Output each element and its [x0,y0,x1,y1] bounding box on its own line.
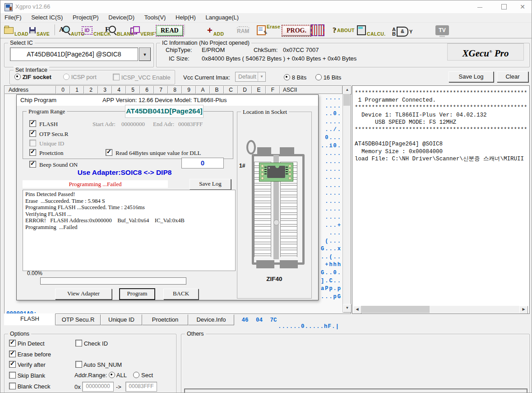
verify-label: VERIFY [140,31,158,37]
ascii-header-cell: ASCII [280,86,342,94]
unique-id-checkbox[interactable]: Unique ID [29,140,64,147]
scrollbar-thumb[interactable] [343,94,350,106]
ram-button[interactable]: RAM [236,24,250,37]
vcc-imax-select[interactable]: Default ▼ [235,72,266,82]
hex-column-header: B [210,86,224,94]
hex-column-header: 4 [112,86,126,94]
zif-socket-radio[interactable]: ZIF socket [14,74,51,80]
verify-button[interactable]: VERIFY [130,24,158,37]
about-button[interactable]: ? ABOUT [333,24,355,37]
auto-sn-checkbox[interactable]: Auto SN_NUM [75,361,122,368]
hex-vertical-scrollbar[interactable]: ▲ ▼ [342,86,351,313]
protection-checkbox[interactable]: Proetction [29,149,63,157]
verify-after-checkbox[interactable]: Verify after [9,361,46,368]
hex-column-header: 8 [168,86,182,94]
log-line: AT45DB041D[Page264] @SOIC8 [355,140,527,148]
read-button[interactable]: READ [156,24,183,37]
scroll-left-button[interactable]: ◀ [353,306,361,314]
chip-pins [264,167,267,176]
menu-tools[interactable]: Tools(V) [140,13,170,22]
range-start-field[interactable]: 00000000 [82,382,114,392]
hex-column-headers: 0123456789ABCDEF [56,86,280,94]
ascii-strip-row: .... [319,103,342,111]
log-text: ****************************************… [355,89,530,163]
auto-button[interactable]: A AUTO [59,24,85,37]
beep-checkbox[interactable]: Beep Sound ON [29,161,78,168]
minimize-button[interactable] [470,0,490,13]
tab-flash[interactable]: FLASH [4,313,56,325]
back-button[interactable]: BACK [163,289,199,299]
tab-otp-secur[interactable]: OTP Secu.R [56,314,101,325]
flash-checkbox[interactable]: FLASH [29,120,58,128]
minimize-icon [477,7,482,8]
erase-before-checkbox[interactable]: Erase before [9,351,51,358]
scroll-right-button[interactable]: ▶ [519,306,528,314]
load-button[interactable]: LOAD [4,24,28,37]
xgpro-window: Xgpro v12.66 ✕ File(F) Select IC(S) Proj… [0,0,532,393]
ascii-strip-row: .... [319,198,342,206]
menu-select-ic[interactable]: Select IC(S) [27,13,67,22]
clear-button[interactable]: Clear [497,71,528,82]
addr-sect-radio[interactable]: Sect [133,372,153,379]
vcc-imax-label: Vcc Current Imax: [183,74,230,81]
skip-blank-checkbox[interactable]: Skip Blank [9,372,45,379]
pin-detect-checkbox[interactable]: Pin Detect [9,340,45,347]
erase-button[interactable]: ✎ Erase [257,24,280,37]
addr-all-radio[interactable]: ALL [109,372,127,379]
icsp-vcc-checkbox[interactable]: ICSP_VCC Enable [113,74,171,81]
checkbox-icon [75,340,82,346]
chip-test-button[interactable] [311,24,324,37]
checkbox-icon [113,74,120,80]
maximize-button[interactable] [494,0,514,13]
checkbox-icon [29,140,36,146]
hex-header-row: Address 0123456789ABCDEF ASCII [5,86,342,94]
log-line [355,133,527,140]
blank-button[interactable]: F BLANK [105,24,134,37]
read64-checkbox[interactable]: Read 64Bytes unique value for DLL [106,149,201,157]
ascii-strip-row: aPp.p [319,285,342,294]
menu-device[interactable]: Device(D) [104,13,139,22]
floppy-icon [29,27,36,33]
menu-file[interactable]: File(F) [0,13,26,22]
add-button[interactable]: + ADD [207,24,224,37]
program-button[interactable]: Program [120,289,155,299]
log-line: ****************************************… [355,126,527,133]
menu-language[interactable]: Language(L) [201,13,243,22]
progress-percent: 0.00% [27,270,42,276]
scroll-up-button[interactable]: ▲ [343,86,352,94]
ic-combobox-dropdown-button[interactable]: ▼ [139,47,151,61]
radio-icon [109,372,115,378]
tv-button[interactable]: TV [435,24,449,37]
scroll-down-button[interactable]: ▼ [343,304,352,313]
logic-gate-button[interactable]: AB & Y [392,25,412,38]
bits8-radio[interactable]: 8 Bits [284,74,306,81]
select-ic-group: Select IC AT45DB041D[Page264] @SOIC8 ▼ [4,43,154,67]
icsp-port-radio[interactable]: ICSP port [63,74,97,80]
ic-combobox[interactable]: AT45DB041D[Page264] @SOIC8 [10,47,138,61]
ascii-strip-row: .... [319,190,342,198]
close-button[interactable]: ✕ [513,0,532,13]
menu-help[interactable]: Help(H) [171,13,200,22]
blank-check-checkbox[interactable]: Blank Check [9,383,51,390]
save-button[interactable]: SAVE [29,24,50,37]
dialog-save-log-button[interactable]: Save Log [190,179,231,190]
options-group: Options Pin Detect Check ID Erase before… [4,334,176,393]
log-horizontal-scrollbar[interactable]: ◀ ▶ [353,306,528,313]
scrollbar-thumb[interactable] [361,306,430,313]
check-id-checkbox[interactable]: Check ID [75,340,108,347]
tab-device-info[interactable]: Device.Info [188,314,234,325]
checkbox-icon [9,361,16,368]
bits16-radio[interactable]: 16 Bits [315,74,341,81]
calcu-button[interactable]: CALCU. [357,24,385,37]
menu-project[interactable]: Project(P) [69,13,103,22]
prog-button[interactable]: PROG. [282,24,311,37]
save-log-button[interactable]: Save Log [449,71,494,82]
ascii-strip-row: .... [319,150,342,159]
otp-checkbox[interactable]: OTP Secu.R [29,130,69,138]
hex-data-row[interactable]: 000001A0: 00 00 00 00 08 A9 30 00 F1 B5 … [5,304,342,313]
end-adr-value: 00083FFF [178,121,203,128]
range-end-field[interactable]: 00083FFF [125,382,157,392]
view-adapter-button[interactable]: View Adapter [55,289,112,299]
tab-unique-id[interactable]: Unique ID [101,314,142,325]
tab-protection[interactable]: Proetction [142,314,188,325]
